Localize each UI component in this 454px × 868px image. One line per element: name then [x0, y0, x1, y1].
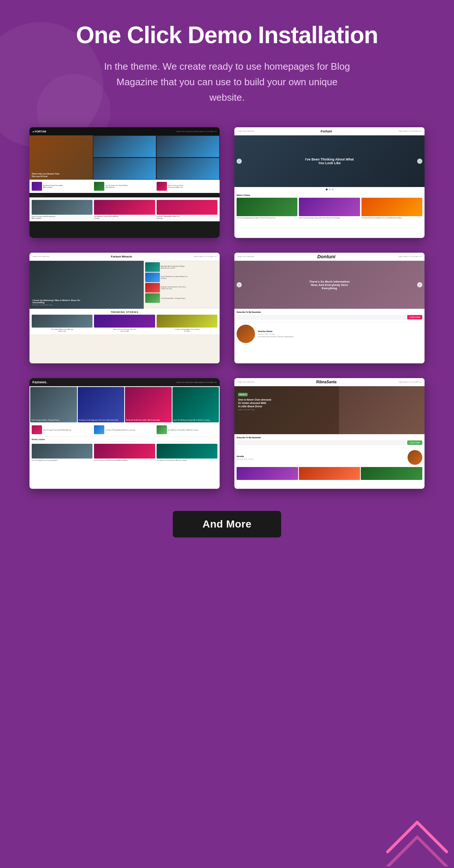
demo-screenshot-6: HOME POST FEATURES RibnaSanta TRAVEL ABO…: [234, 378, 425, 489]
demo1-logo: ● FORTUNI: [32, 130, 46, 133]
page-title: One Click Demo Installation: [29, 22, 425, 48]
demo-screenshot-4: HOME POST FEATURES Dontuni TRAVEL ABOUT …: [234, 253, 425, 363]
demo-screenshot-5: Faznews. HOME POST FEATURES TRAVEL ABOUT…: [29, 378, 220, 489]
demo-card-fortuni-miracle[interactable]: HOME POST FEATURES Fortuni Miracle TRAVE…: [29, 253, 220, 363]
demo-card-fortuni-dark[interactable]: ● FORTUNI HOME POST FEATURES TRAVEL ABOU…: [29, 127, 220, 238]
and-more-button[interactable]: And More: [173, 511, 281, 537]
and-more-section: And More: [29, 511, 425, 537]
demo-screenshot-3: HOME POST FEATURES Fortuni Miracle TRAVE…: [29, 253, 220, 363]
demo-card-dontuni[interactable]: HOME POST FEATURES Dontuni TRAVEL ABOUT …: [234, 253, 425, 363]
demo-screenshot-1: ● FORTUNI HOME POST FEATURES TRAVEL ABOU…: [29, 127, 220, 238]
demo-card-faznews[interactable]: Faznews. HOME POST FEATURES TRAVEL ABOUT…: [29, 378, 220, 489]
demo-card-ribnasanta[interactable]: HOME POST FEATURES RibnaSanta TRAVEL ABO…: [234, 378, 425, 489]
header-section: One Click Demo Installation In the theme…: [29, 22, 425, 105]
bottom-decoration: [380, 793, 454, 868]
demo-screenshot-2: HOME POST FEATURES Fortuni TRAVEL ABOUT …: [234, 127, 425, 238]
demos-grid: ● FORTUNI HOME POST FEATURES TRAVEL ABOU…: [29, 127, 425, 489]
demo-card-fortuni-light[interactable]: HOME POST FEATURES Fortuni TRAVEL ABOUT …: [234, 127, 425, 238]
page-subtitle: In the theme. We create ready to use hom…: [98, 59, 356, 105]
